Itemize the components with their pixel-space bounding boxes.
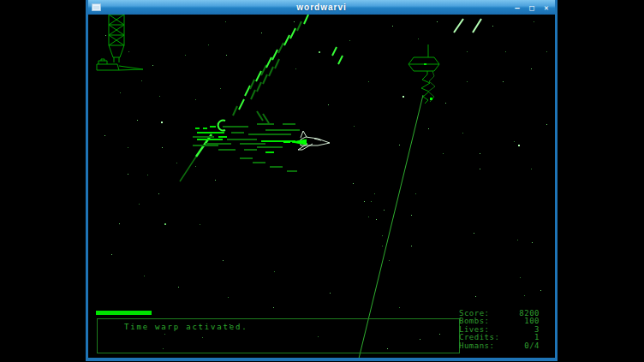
desktop: wordwarvi – □ ✕ Time warp activated xyxy=(0,0,644,362)
comet-streak xyxy=(180,134,212,181)
maximize-button[interactable]: □ xyxy=(526,3,538,13)
bullet-slashes xyxy=(454,19,481,33)
ship-trail xyxy=(193,124,300,171)
hud-stats: Score: 8200 Bombs: 100 Lives: 3 Credits:… xyxy=(459,310,540,350)
close-button[interactable]: ✕ xyxy=(540,3,552,13)
message-text: Time warp activated. xyxy=(124,323,247,331)
window-controls: – □ ✕ xyxy=(511,3,552,13)
stat-value: 0/4 xyxy=(524,342,540,350)
game-scene xyxy=(88,15,555,358)
wordwarvi-window: wordwarvi – □ ✕ Time warp activated xyxy=(86,0,558,361)
game-viewport[interactable]: Time warp activated. Score: 8200 Bombs: … xyxy=(88,15,555,358)
titlebar[interactable]: wordwarvi – □ ✕ xyxy=(88,0,555,15)
health-bar xyxy=(96,311,152,315)
stat-label: Humans: xyxy=(459,342,494,350)
window-title: wordwarvi xyxy=(88,3,555,12)
minimize-button[interactable]: – xyxy=(511,3,523,13)
rocket-tower xyxy=(97,15,143,70)
stars-layer xyxy=(104,21,547,349)
enemy-blimp xyxy=(408,45,439,104)
debris-stream xyxy=(218,15,343,131)
stat-humans: Humans: 0/4 xyxy=(459,342,540,350)
